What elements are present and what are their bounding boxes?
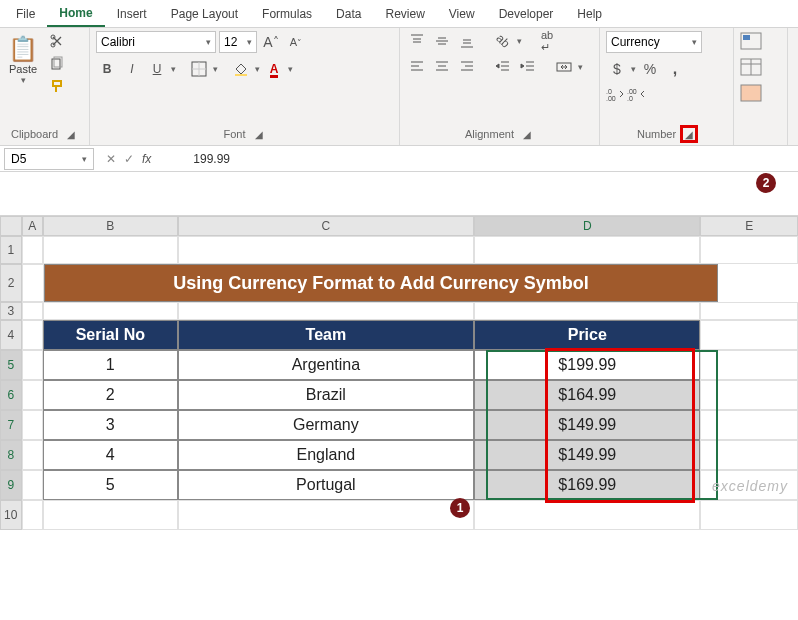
row-header-1[interactable]: 1 [0, 236, 22, 264]
decrease-decimal-button[interactable]: .00.0 [627, 85, 645, 103]
cell[interactable] [474, 302, 700, 320]
cell-price[interactable]: $169.99 [474, 470, 700, 500]
col-header-a[interactable]: A [22, 216, 44, 236]
cell[interactable] [22, 500, 44, 530]
row-header-4[interactable]: 4 [0, 320, 22, 350]
cell-team[interactable]: Brazil [178, 380, 475, 410]
cell-sn[interactable]: 4 [43, 440, 178, 470]
decrease-font-button[interactable]: A˅ [285, 32, 307, 52]
percent-button[interactable]: % [639, 59, 661, 79]
cell[interactable] [700, 410, 798, 440]
cell-price[interactable]: $199.99 [474, 350, 700, 380]
cell-sn[interactable]: 5 [43, 470, 178, 500]
name-box[interactable]: D5 ▾ [4, 148, 94, 170]
select-all-corner[interactable] [0, 216, 22, 236]
cell[interactable] [22, 440, 44, 470]
increase-font-button[interactable]: A˄ [260, 32, 282, 52]
font-launcher[interactable]: ◢ [252, 127, 266, 141]
tab-view[interactable]: View [437, 2, 487, 26]
cell[interactable] [22, 410, 44, 440]
cell[interactable] [22, 264, 44, 302]
align-right-button[interactable] [456, 57, 478, 77]
font-name-select[interactable]: Calibri▾ [96, 31, 216, 53]
cancel-icon[interactable]: ✕ [106, 152, 116, 166]
col-header-b[interactable]: B [43, 216, 178, 236]
cell[interactable] [22, 380, 44, 410]
header-team[interactable]: Team [178, 320, 475, 350]
cell[interactable] [700, 350, 798, 380]
formula-value[interactable]: 199.99 [169, 152, 230, 166]
cell[interactable] [22, 236, 44, 264]
row-header-3[interactable]: 3 [0, 302, 22, 320]
cell-price[interactable]: $149.99 [474, 440, 700, 470]
alignment-launcher[interactable]: ◢ [520, 127, 534, 141]
tab-page-layout[interactable]: Page Layout [159, 2, 250, 26]
fill-color-button[interactable] [230, 59, 252, 79]
cell-team[interactable]: England [178, 440, 475, 470]
paste-button[interactable]: 📋 Paste ▾ [6, 31, 40, 85]
cell[interactable] [700, 380, 798, 410]
tab-file[interactable]: File [4, 2, 47, 26]
bold-button[interactable]: B [96, 59, 118, 79]
increase-decimal-button[interactable]: .0.00 [606, 85, 624, 103]
underline-button[interactable]: U [146, 59, 168, 79]
align-top-button[interactable] [406, 31, 428, 51]
row-header-2[interactable]: 2 [0, 264, 22, 302]
wrap-text-button[interactable]: ab↵ [536, 31, 558, 51]
cell[interactable] [22, 320, 44, 350]
cell-sn[interactable]: 2 [43, 380, 178, 410]
row-header-7[interactable]: 7 [0, 410, 22, 440]
tab-developer[interactable]: Developer [487, 2, 566, 26]
conditional-format-button[interactable] [740, 31, 762, 51]
row-header-6[interactable]: 6 [0, 380, 22, 410]
cell[interactable] [43, 236, 178, 264]
number-launcher[interactable]: ◢ [682, 127, 696, 141]
format-table-button[interactable] [740, 57, 762, 77]
cell-price[interactable]: $149.99 [474, 410, 700, 440]
tab-data[interactable]: Data [324, 2, 373, 26]
cell[interactable] [700, 320, 798, 350]
row-header-10[interactable]: 10 [0, 500, 22, 530]
cell-price[interactable]: $164.99 [474, 380, 700, 410]
cell[interactable] [700, 236, 798, 264]
row-header-8[interactable]: 8 [0, 440, 22, 470]
align-center-button[interactable] [431, 57, 453, 77]
header-price[interactable]: Price [474, 320, 700, 350]
row-header-9[interactable]: 9 [0, 470, 22, 500]
cell-sn[interactable]: 1 [43, 350, 178, 380]
tab-home[interactable]: Home [47, 1, 104, 27]
format-painter-button[interactable] [46, 77, 68, 97]
cell[interactable] [43, 302, 178, 320]
font-color-button[interactable]: A [263, 59, 285, 79]
number-format-select[interactable]: Currency▾ [606, 31, 702, 53]
cell-sn[interactable]: 3 [43, 410, 178, 440]
tab-insert[interactable]: Insert [105, 2, 159, 26]
cell[interactable] [474, 236, 700, 264]
col-header-d[interactable]: D [474, 216, 700, 236]
tab-help[interactable]: Help [565, 2, 614, 26]
tab-formulas[interactable]: Formulas [250, 2, 324, 26]
cell-team[interactable]: Portugal [178, 470, 475, 500]
orientation-button[interactable]: ab [488, 26, 518, 56]
italic-button[interactable]: I [121, 59, 143, 79]
align-bottom-button[interactable] [456, 31, 478, 51]
enter-icon[interactable]: ✓ [124, 152, 134, 166]
row-header-5[interactable]: 5 [0, 350, 22, 380]
cell[interactable] [178, 236, 475, 264]
copy-button[interactable] [46, 54, 68, 74]
cell-team[interactable]: Germany [178, 410, 475, 440]
fx-icon[interactable]: fx [142, 152, 161, 166]
cell-team[interactable]: Argentina [178, 350, 475, 380]
cell[interactable] [178, 302, 475, 320]
cell[interactable] [22, 470, 44, 500]
cell-styles-button[interactable] [740, 83, 762, 103]
cell[interactable] [22, 302, 44, 320]
merge-button[interactable] [553, 57, 575, 77]
cell[interactable] [43, 500, 178, 530]
font-size-select[interactable]: 12▾ [219, 31, 257, 53]
borders-button[interactable] [188, 59, 210, 79]
cell[interactable] [22, 350, 44, 380]
comma-button[interactable]: , [664, 59, 686, 79]
cut-button[interactable] [46, 31, 68, 51]
cell[interactable] [178, 500, 475, 530]
